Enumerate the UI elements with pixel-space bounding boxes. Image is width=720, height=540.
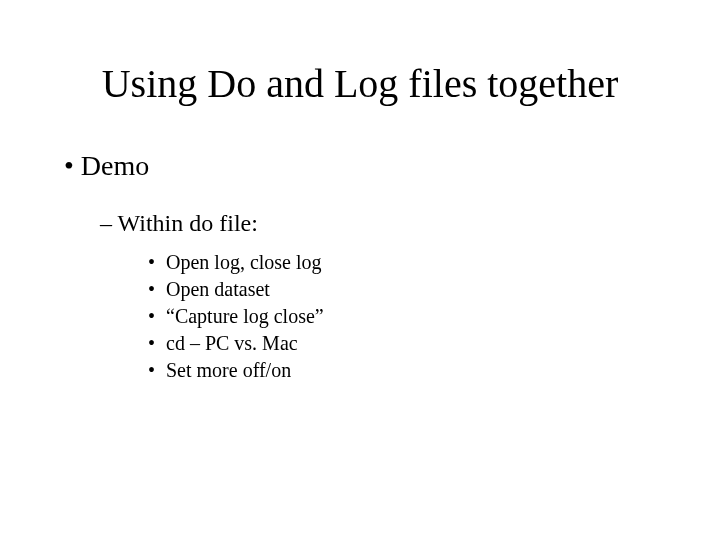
list-item: •Open dataset: [148, 278, 680, 301]
list-item-text: “Capture log close”: [166, 305, 324, 327]
bullet-level2: Within do file:: [100, 210, 680, 237]
list-item: •Set more off/on: [148, 359, 680, 382]
bullet-level3-list: •Open log, close log •Open dataset •“Cap…: [64, 251, 680, 382]
list-item-text: Open log, close log: [166, 251, 322, 273]
slide: Using Do and Log files together Demo Wit…: [0, 0, 720, 540]
bullet-level1-text: Demo: [81, 150, 149, 181]
slide-body: Demo Within do file: •Open log, close lo…: [64, 150, 680, 386]
list-item: •“Capture log close”: [148, 305, 680, 328]
bullet-level2-text: Within do file:: [118, 210, 258, 236]
list-item: •Open log, close log: [148, 251, 680, 274]
list-item: •cd – PC vs. Mac: [148, 332, 680, 355]
bullet-level1: Demo: [64, 150, 680, 182]
list-item-text: Set more off/on: [166, 359, 291, 381]
list-item-text: Open dataset: [166, 278, 270, 300]
list-item-text: cd – PC vs. Mac: [166, 332, 298, 354]
slide-title: Using Do and Log files together: [0, 60, 720, 107]
